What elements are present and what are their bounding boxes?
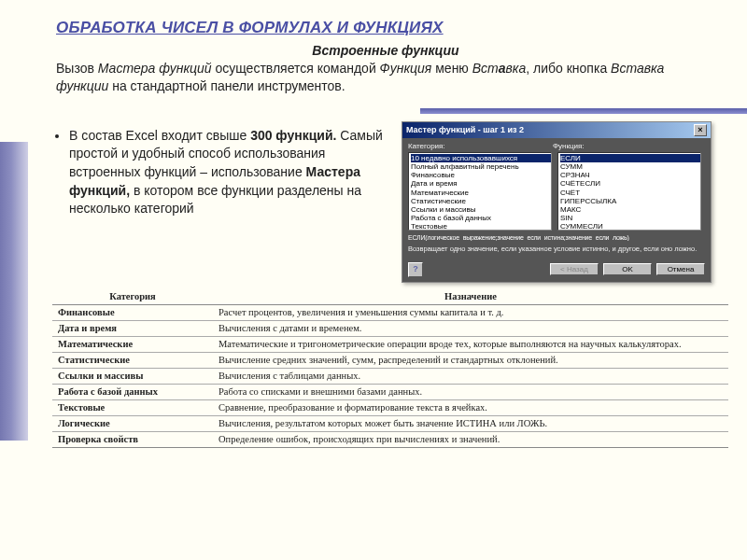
table-row: Проверка свойствОпределение ошибок, прои…	[52, 431, 728, 447]
header: ОБРАБОТКА ЧИСЕЛ В ФОРМУЛАХ И ФУНКЦИЯХ Вс…	[0, 0, 747, 103]
function-option[interactable]: ГИПЕРССЫЛКА	[560, 197, 700, 205]
category-option[interactable]: Статистические	[411, 197, 551, 205]
category-listbox[interactable]: 10 недавно использовавшихсяПолный алфави…	[408, 152, 552, 231]
page-title: ОБРАБОТКА ЧИСЕЛ В ФОРМУЛАХ И ФУНКЦИЯХ	[56, 19, 715, 37]
category-option[interactable]: Математические	[411, 189, 551, 197]
function-option[interactable]: ЕСЛИ	[560, 154, 700, 162]
table-row: МатематическиеМатематические и тригономе…	[52, 336, 728, 352]
page-subtitle: Встроенные функции	[56, 43, 715, 58]
function-syntax: ЕСЛИ(логическое_выражение;значение_если_…	[408, 234, 705, 241]
cell-category: Ссылки и массивы	[52, 368, 213, 384]
function-option[interactable]: SIN	[560, 214, 700, 222]
intro-text: Вызов	[56, 61, 98, 76]
cell-description: Вычисления, результатом которых может бы…	[213, 415, 728, 431]
category-option[interactable]: Текстовые	[411, 222, 551, 231]
cell-category: Работа с базой данных	[52, 384, 213, 399]
bullet-item: В состав Excel входит свыше 300 функций.…	[69, 127, 392, 218]
intro-paragraph: Вызов Мастера функций осуществляется ком…	[56, 60, 715, 95]
cell-category: Статистические	[52, 352, 213, 368]
cell-description: Определение ошибок, происходящих при выч…	[213, 431, 728, 447]
cell-category: Дата и время	[52, 320, 213, 336]
category-option[interactable]: Дата и время	[411, 179, 551, 188]
category-option[interactable]: Ссылки и массивы	[411, 205, 551, 214]
cell-category: Финансовые	[52, 304, 213, 320]
cell-description: Работа со списками и внешними базами дан…	[213, 384, 728, 399]
cell-description: Вычисление средних значений, сумм, распр…	[213, 352, 728, 368]
category-option[interactable]: Работа с базой данных	[411, 214, 551, 222]
label-category: Категория:	[408, 142, 553, 150]
intro-text: осуществляется командой	[212, 61, 380, 76]
dialog-titlebar: Мастер функций - шаг 1 из 2 ×	[402, 122, 711, 138]
cancel-button[interactable]: Отмена	[656, 263, 705, 275]
help-icon[interactable]: ?	[408, 262, 423, 277]
cell-category: Логические	[52, 415, 213, 431]
table-row: ФинансовыеРасчет процентов, увеличения и…	[52, 304, 728, 320]
side-accent-band	[0, 142, 28, 441]
cell-description: Математические и тригонометрические опер…	[213, 336, 728, 352]
cell-category: Математические	[52, 336, 213, 352]
cell-category: Текстовые	[52, 399, 213, 415]
function-option[interactable]: СУММЕСЛИ	[560, 222, 700, 231]
function-listbox[interactable]: ЕСЛИСУММСРЗНАЧСЧЁТЕСЛИСЧЁТГИПЕРССЫЛКАМАК…	[557, 152, 701, 231]
table-row: ТекстовыеСравнение, преобразование и фор…	[52, 399, 728, 415]
function-option[interactable]: СЧЁТ	[560, 189, 700, 197]
th-category: Категория	[52, 288, 213, 305]
categories-table: Категория Назначение ФинансовыеРасчет пр…	[52, 288, 728, 448]
cell-description: Сравнение, преобразование и форматирован…	[213, 399, 728, 415]
intro-text: Вставка	[472, 61, 527, 76]
th-description: Назначение	[213, 288, 728, 305]
cell-category: Проверка свойств	[52, 431, 213, 447]
category-option[interactable]: 10 недавно использовавшихся	[411, 154, 551, 162]
intro-text: меню	[431, 61, 472, 76]
function-option[interactable]: МАКС	[560, 205, 700, 214]
cell-description: Расчет процентов, увеличения и уменьшени…	[213, 304, 728, 320]
function-wizard-dialog: Мастер функций - шаг 1 из 2 × Категория:…	[402, 121, 712, 283]
label-function: Функция:	[553, 142, 585, 150]
cell-description: Вычисления с таблицами данных.	[213, 368, 728, 384]
function-option[interactable]: СРЗНАЧ	[560, 171, 700, 179]
intro-text: Мастера функций	[98, 61, 212, 76]
function-hint: Возвращает одно значение, если указанное…	[408, 245, 705, 253]
dialog-title: Мастер функций - шаг 1 из 2	[406, 125, 524, 134]
ok-button[interactable]: OK	[603, 263, 652, 275]
category-option[interactable]: Финансовые	[411, 171, 551, 179]
back-button[interactable]: < Назад	[550, 263, 599, 275]
intro-text: Функция	[380, 61, 432, 76]
close-icon[interactable]: ×	[694, 124, 707, 136]
table-row: Дата и времяВычисления с датами и времен…	[52, 320, 728, 336]
table-row: Работа с базой данныхРабота со списками …	[52, 384, 728, 399]
cell-description: Вычисления с датами и временем.	[213, 320, 728, 336]
table-row: ЛогическиеВычисления, результатом которы…	[52, 415, 728, 431]
bullet-column: В состав Excel входит свыше 300 функций.…	[56, 121, 392, 283]
table-row: СтатистическиеВычисление средних значени…	[52, 352, 728, 368]
table-row: Ссылки и массивыВычисления с таблицами д…	[52, 368, 728, 384]
intro-text: на стандартной панели инструментов.	[108, 78, 345, 93]
intro-text: , либо кнопка	[526, 61, 611, 76]
category-option[interactable]: Полный алфавитный перечень	[411, 162, 551, 171]
function-option[interactable]: СУММ	[560, 162, 700, 171]
function-option[interactable]: СЧЁТЕСЛИ	[560, 179, 700, 188]
